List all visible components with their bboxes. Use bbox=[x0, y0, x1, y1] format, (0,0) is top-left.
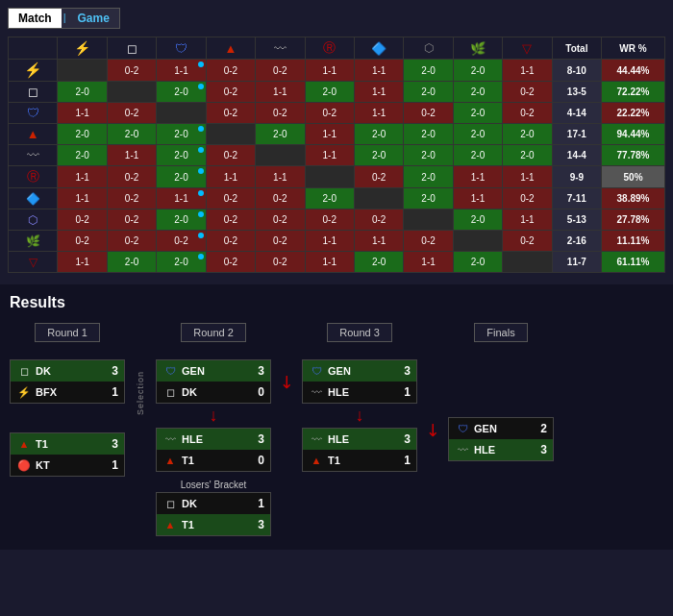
arrow-right-1: ↘ bbox=[274, 369, 299, 394]
dk-icon: ◻ bbox=[162, 496, 178, 511]
match-team: 🛡 GEN 3 bbox=[303, 360, 416, 382]
table-row: ◻ 2-0 2-0 0-2 1-1 2-0 1-1 2-0 2-0 0-2 13… bbox=[9, 82, 665, 103]
table-row: 🌿 0-2 0-2 0-2 0-2 0-2 1-1 1-1 0-2 0-2 2-… bbox=[9, 231, 665, 252]
finals-match: 🛡 GEN 2 〰 HLE 3 bbox=[448, 417, 554, 461]
hle-icon: 〰 bbox=[309, 431, 324, 447]
match-team: 〰 HLE 3 bbox=[303, 429, 416, 450]
match-team: ▲ T1 0 bbox=[157, 450, 270, 471]
r1-match2: ▲ T1 3 🔴 KT 1 bbox=[10, 432, 125, 477]
col-header-t1: ▲ bbox=[206, 37, 255, 60]
t1-icon: ▲ bbox=[16, 436, 32, 452]
match-team: 〰 HLE 1 bbox=[303, 382, 416, 403]
t1-icon: ▲ bbox=[309, 453, 324, 468]
r3-match1: 🛡 GEN 3 〰 HLE 1 bbox=[302, 359, 417, 404]
gen-icon: 🛡 bbox=[455, 421, 470, 436]
col-header-total: Total bbox=[552, 37, 601, 60]
match-team: 〰 HLE 3 bbox=[449, 439, 553, 460]
results-title: Results bbox=[10, 294, 663, 311]
col-header-af: 🌿 bbox=[453, 37, 502, 60]
tab-bar: Match | Game bbox=[8, 8, 120, 29]
match-team: ▲ T1 3 bbox=[157, 514, 270, 535]
bfx-icon: ⚡ bbox=[16, 384, 32, 400]
col-header-wr: WR % bbox=[602, 37, 665, 60]
col-header-kt: 🔷 bbox=[354, 37, 403, 60]
col-header-bfx: ⚡ bbox=[58, 37, 107, 60]
match-team: ◻ DK 0 bbox=[157, 382, 270, 403]
match-team: ◻ DK 1 bbox=[157, 493, 270, 514]
tab-game[interactable]: Game bbox=[68, 9, 119, 28]
round3-label: Round 3 bbox=[327, 323, 392, 342]
hle-icon: 〰 bbox=[162, 431, 178, 447]
losers-bracket-label: Losers' Bracket bbox=[156, 480, 271, 490]
match-team: 🛡 GEN 3 bbox=[157, 360, 270, 382]
col-header-drx: ⬡ bbox=[404, 37, 453, 60]
arrow-right-2: ↘ bbox=[420, 417, 445, 442]
top-section: Match | Game ⚡ ◻ 🛡 ▲ bbox=[0, 0, 673, 281]
table-row: ⬡ 0-2 0-2 2-0 0-2 0-2 0-2 0-2 2-0 1-1 5-… bbox=[9, 209, 665, 231]
r3-match2: 〰 HLE 3 ▲ T1 1 bbox=[302, 428, 417, 472]
selection-label: Selection bbox=[136, 371, 145, 415]
match-team: 🛡 GEN 2 bbox=[449, 418, 553, 439]
r2-losers-match: ◻ DK 1 ▲ T1 3 bbox=[156, 492, 271, 536]
table-row: ▲ 2-0 2-0 2-0 2-0 1-1 2-0 2-0 2-0 2-0 17… bbox=[9, 124, 665, 145]
match-team: ▲ T1 1 bbox=[303, 450, 416, 471]
col-header-r: Ⓡ bbox=[305, 37, 354, 60]
gen-icon: 🛡 bbox=[162, 363, 178, 379]
kt-icon: 🔴 bbox=[16, 457, 32, 473]
r2-match2: 〰 HLE 3 ▲ T1 0 bbox=[156, 428, 271, 472]
tab-divider: | bbox=[62, 9, 68, 28]
match-team: 〰 HLE 3 bbox=[157, 429, 270, 450]
table-row: Ⓡ 1-1 0-2 2-0 1-1 1-1 0-2 2-0 1-1 1-1 9-… bbox=[9, 166, 665, 188]
hle-icon: 〰 bbox=[455, 442, 470, 457]
r2-match1: 🛡 GEN 3 ◻ DK 0 bbox=[156, 359, 271, 404]
table-row: 🔷 1-1 0-2 1-1 0-2 0-2 2-0 2-0 1-1 0-2 7-… bbox=[9, 188, 665, 209]
match-team: ◻ DK 3 bbox=[11, 360, 124, 382]
arrow-down-2: ↓ bbox=[302, 406, 417, 426]
hle-icon: 〰 bbox=[309, 384, 324, 400]
col-header-dk: ◻ bbox=[107, 37, 156, 60]
table-row: 〰 2-0 1-1 2-0 0-2 1-1 2-0 2-0 2-0 2-0 14… bbox=[9, 145, 665, 166]
table-row: ▽ 1-1 2-0 2-0 0-2 0-2 1-1 2-0 1-1 2-0 11… bbox=[9, 252, 665, 273]
col-header-team bbox=[9, 37, 58, 60]
match-table-container: ⚡ ◻ 🛡 ▲ 〰 Ⓡ bbox=[8, 37, 665, 273]
table-row: 🛡 1-1 0-2 0-2 0-2 0-2 1-1 0-2 2-0 0-2 4-… bbox=[9, 103, 665, 124]
r1-match1: ◻ DK 3 ⚡ BFX 1 bbox=[10, 359, 125, 404]
finals-label: Finals bbox=[474, 323, 527, 342]
dk-icon: ◻ bbox=[16, 363, 32, 379]
match-team: 🔴 KT 1 bbox=[11, 455, 124, 476]
match-team: ⚡ BFX 1 bbox=[11, 382, 124, 403]
gen-icon: 🛡 bbox=[309, 363, 324, 379]
round1-label: Round 1 bbox=[35, 323, 100, 342]
table-row: ⚡ 0-2 1-1 0-2 0-2 1-1 1-1 2-0 2-0 1-1 8-… bbox=[9, 60, 665, 82]
arrow-down-1: ↓ bbox=[156, 406, 271, 426]
col-header-ns: ▽ bbox=[503, 37, 552, 60]
col-header-hle: 〰 bbox=[256, 37, 305, 60]
t1-icon: ▲ bbox=[162, 517, 178, 532]
round2-label: Round 2 bbox=[181, 323, 246, 342]
t1-icon: ▲ bbox=[162, 453, 178, 468]
results-section: Results Round 1 ◻ DK 3 ⚡ BFX 1 bbox=[0, 284, 673, 550]
match-table: ⚡ ◻ 🛡 ▲ 〰 Ⓡ bbox=[8, 37, 665, 273]
tab-match[interactable]: Match bbox=[9, 9, 62, 28]
match-team: ▲ T1 3 bbox=[11, 433, 124, 455]
col-header-gen: 🛡 bbox=[157, 37, 206, 60]
dk-icon: ◻ bbox=[162, 384, 178, 400]
